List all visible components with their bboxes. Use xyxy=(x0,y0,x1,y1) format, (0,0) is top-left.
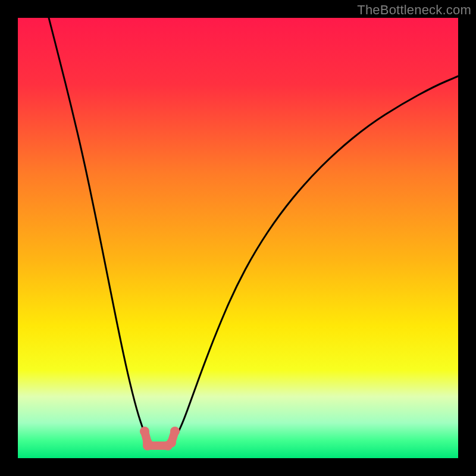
watermark-text: TheBottleneck.com xyxy=(357,2,471,18)
highlight-marker xyxy=(143,441,152,450)
plot-area xyxy=(18,18,458,458)
chart-frame: TheBottleneck.com xyxy=(0,0,476,476)
gradient-background xyxy=(18,18,458,458)
bottleneck-chart xyxy=(18,18,458,458)
highlight-marker xyxy=(140,427,149,436)
highlight-marker xyxy=(167,438,176,447)
highlight-marker xyxy=(170,427,180,436)
